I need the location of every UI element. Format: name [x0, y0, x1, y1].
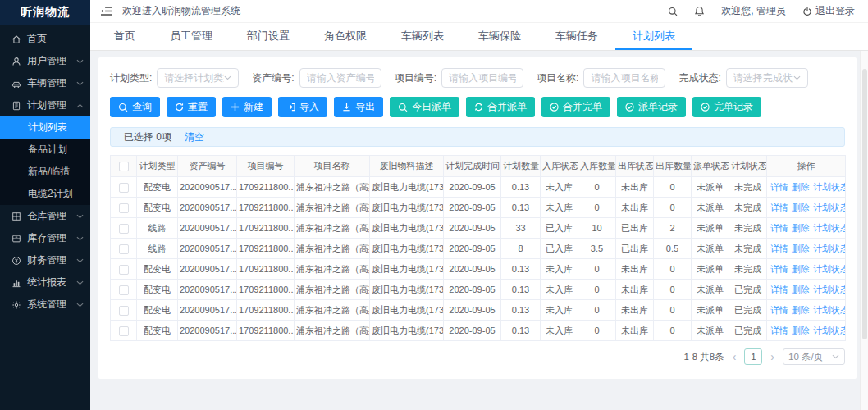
import-button[interactable]: 导入	[278, 97, 327, 117]
row-checkbox[interactable]	[119, 265, 129, 275]
action-delete-link[interactable]: 删除	[792, 305, 810, 315]
reset-button[interactable]: 重置	[167, 97, 216, 117]
scrollbar-track[interactable]	[860, 51, 868, 410]
cell: 0	[654, 321, 692, 341]
scrollbar-thumb[interactable]	[862, 69, 867, 339]
action-detail-link[interactable]: 详情	[770, 285, 788, 294]
row-actions: 详情删除计划状态	[767, 198, 846, 218]
action-plan-status-link[interactable]: 计划状态	[813, 244, 846, 253]
action-plan-status-link[interactable]: 计划状态	[813, 285, 846, 294]
sidebar-item-finance[interactable]: 财务管理	[0, 249, 90, 271]
bell-icon[interactable]	[694, 6, 705, 16]
action-detail-link[interactable]: 详情	[770, 203, 788, 212]
filter-select-finish-status[interactable]: 请选择完成状态	[726, 68, 808, 88]
cell: 2020090517...	[178, 198, 237, 218]
column-header: 派单状态	[692, 156, 729, 177]
action-plan-status-link[interactable]: 计划状态	[813, 203, 846, 212]
row-checkbox[interactable]	[119, 203, 129, 213]
action-delete-link[interactable]: 删除	[792, 223, 810, 233]
action-delete-link[interactable]: 删除	[792, 203, 810, 212]
cell: 0	[578, 259, 616, 280]
chevron-down-icon	[75, 236, 84, 241]
merge-dispatch-button[interactable]: 合并派单	[466, 97, 535, 117]
next-page-button[interactable]: ›	[770, 351, 774, 362]
tab-vehicle-insurance[interactable]: 车辆保险	[461, 23, 538, 50]
action-plan-status-link[interactable]: 计划状态	[813, 182, 846, 192]
sidebar-subitem-plan-list[interactable]: 计划列表	[0, 116, 90, 139]
tab-roles[interactable]: 角色权限	[307, 23, 384, 50]
cell: 废旧电力电缆(173...	[370, 177, 444, 198]
row-checkbox[interactable]	[119, 326, 129, 336]
action-plan-status-link[interactable]: 计划状态	[813, 326, 846, 335]
tab-staff[interactable]: 员工管理	[153, 23, 230, 50]
tab-departments[interactable]: 部门设置	[230, 23, 307, 50]
sidebar-item-users[interactable]: 用户管理	[0, 50, 90, 72]
tab-home[interactable]: 首页	[97, 23, 153, 50]
sidebar-subitem-cable-plan[interactable]: 电缆2计划	[0, 183, 90, 205]
action-detail-link[interactable]: 详情	[770, 244, 788, 253]
page-size-select[interactable]: 10 条/页	[783, 348, 845, 365]
sidebar-item-home[interactable]: 首页	[0, 28, 90, 50]
action-delete-link[interactable]: 删除	[792, 182, 810, 192]
action-detail-link[interactable]: 详情	[770, 326, 788, 335]
action-detail-link[interactable]: 详情	[770, 305, 788, 315]
cell: 废旧电力电缆(173...	[370, 239, 444, 259]
action-detail-link[interactable]: 详情	[770, 182, 788, 192]
logout-button[interactable]: 退出登录	[802, 4, 855, 18]
sidebar-item-inventory[interactable]: 库存管理	[0, 227, 90, 249]
select-all-checkbox[interactable]	[119, 162, 129, 171]
action-plan-status-link[interactable]: 计划状态	[813, 305, 846, 315]
row-checkbox[interactable]	[119, 285, 129, 295]
filter-input-project-name[interactable]	[583, 68, 665, 88]
row-checkbox[interactable]	[119, 224, 129, 234]
sidebar-item-plans[interactable]: 计划管理	[0, 94, 90, 116]
dispatch-records-button[interactable]: 派单记录	[617, 97, 686, 117]
filter-input-asset-no[interactable]	[299, 68, 381, 88]
cell: 2020-09-05	[444, 300, 501, 321]
export-button[interactable]: 导出	[334, 97, 383, 117]
sidebar-item-warehouse[interactable]: 仓库管理	[0, 205, 90, 227]
action-detail-link[interactable]: 详情	[770, 264, 788, 274]
today-dispatch-button[interactable]: 今日派单	[390, 97, 459, 117]
tab-vehicle-tasks[interactable]: 车辆任务	[538, 23, 615, 50]
query-button[interactable]: 查询	[110, 97, 160, 117]
header-checkbox-cell	[111, 156, 137, 177]
button-label: 重置	[188, 100, 208, 114]
filter-select-plan-type[interactable]: 请选择计划类型	[157, 68, 239, 88]
sidebar-subitem-new-temp[interactable]: 新品/临措	[0, 161, 90, 183]
user-greeting[interactable]: 欢迎您, 管理员	[721, 4, 786, 18]
tab-vehicle-list[interactable]: 车辆列表	[384, 23, 461, 50]
sidebar-item-vehicles[interactable]: 车辆管理	[0, 72, 90, 94]
row-checkbox[interactable]	[119, 306, 129, 316]
cell: 0.13	[501, 280, 541, 300]
menu-fold-icon[interactable]	[100, 6, 112, 16]
row-actions: 详情删除计划状态	[767, 321, 846, 341]
action-detail-link[interactable]: 详情	[770, 223, 788, 233]
prev-page-button[interactable]: ‹	[733, 351, 737, 362]
cell: 未入库	[541, 259, 578, 280]
action-delete-link[interactable]: 删除	[792, 244, 810, 253]
current-page-button[interactable]: 1	[744, 348, 762, 365]
row-checkbox[interactable]	[119, 244, 129, 254]
sidebar-nav: 首页用户管理车辆管理计划管理计划列表备品计划新品/临措电缆2计划仓库管理库存管理…	[0, 25, 90, 410]
action-delete-link[interactable]: 删除	[792, 285, 810, 294]
cell: 1709211800...	[237, 218, 295, 239]
clear-selection-link[interactable]: 清空	[185, 130, 204, 144]
finish-records-button[interactable]: 完单记录	[692, 97, 761, 117]
action-plan-status-link[interactable]: 计划状态	[813, 264, 846, 274]
action-delete-link[interactable]: 删除	[792, 326, 810, 335]
sidebar-item-system[interactable]: 系统管理	[0, 294, 90, 316]
filter-input-project-no[interactable]	[441, 68, 523, 88]
cell: 废旧电力电缆(173...	[370, 218, 444, 239]
create-button[interactable]: 新建	[222, 97, 272, 117]
cell: 废旧电力电缆(173...	[370, 300, 444, 321]
tab-plan-list[interactable]: 计划列表	[615, 23, 692, 50]
action-delete-link[interactable]: 删除	[792, 264, 810, 274]
action-plan-status-link[interactable]: 计划状态	[813, 223, 846, 233]
search-icon[interactable]	[668, 7, 678, 16]
sidebar-item-reports[interactable]: 统计报表	[0, 271, 90, 294]
sidebar-subitem-spare-plan[interactable]: 备品计划	[0, 139, 90, 161]
row-checkbox[interactable]	[119, 183, 129, 193]
table-row: 配变电2020090517...1709211800...浦东祖冲之路（高斯路.…	[111, 259, 846, 280]
merge-finish-button[interactable]: 合并完单	[541, 97, 610, 117]
